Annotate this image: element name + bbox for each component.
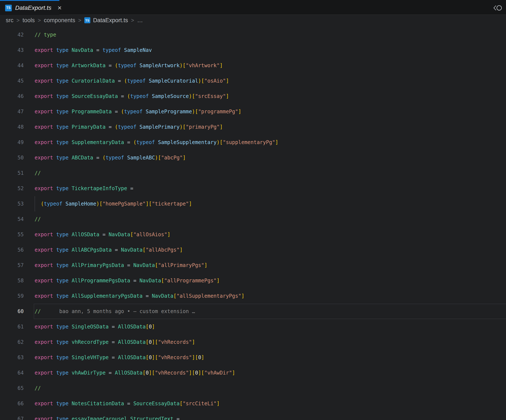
code-line-content: export type AllABCPgsData = NavData["all… [24,242,183,258]
line-number[interactable]: 61 [0,319,24,335]
code-token [53,139,56,145]
code-token [68,293,72,299]
navigate-back-icon[interactable] [493,5,502,11]
code-token [68,232,72,237]
code-line[interactable]: 56export type AllABCPgsData = NavData["a… [0,242,506,258]
code-line[interactable]: 43export type NavData = typeof SampleNav [0,42,506,58]
code-token [93,47,96,53]
code-line-content: export type NavData = typeof SampleNav [24,42,152,58]
code-token [136,124,140,130]
breadcrumb-item-file[interactable]: DataExport.ts [93,17,128,24]
code-line[interactable]: 64export type vhAwDirType = AllOSData[0]… [0,365,506,381]
code-token: TickertapeInfoType [72,185,127,191]
line-number[interactable]: 47 [0,104,24,119]
code-token: NavData [109,232,130,237]
code-line[interactable]: 46export type SourceEssayData = (typeof … [0,89,506,104]
line-number[interactable]: 45 [0,73,24,89]
line-number[interactable]: 44 [0,58,24,73]
code-token: typeof [136,139,155,145]
code-token [106,63,108,68]
code-token [124,139,127,145]
line-number[interactable]: 48 [0,119,24,135]
code-token: ] [192,339,195,345]
code-token: "abcPg" [161,155,183,161]
code-line-content: export type ArtworkData = (typeof Sample… [24,58,223,73]
code-line[interactable]: 61export type SingleOSData = AllOSData[0… [0,319,506,335]
line-number[interactable]: 50 [0,150,24,165]
close-icon[interactable]: ✕ [57,5,62,11]
line-number[interactable]: 65 [0,381,24,396]
line-number[interactable]: 55 [0,227,24,242]
code-token: "supplementaryPg" [223,139,275,145]
code-token [68,416,72,420]
line-number[interactable]: 66 [0,396,24,411]
code-line[interactable]: 60// bao ann, 5 months ago • — custom ex… [0,304,506,319]
line-number[interactable]: 67 [0,411,24,420]
code-line[interactable]: 45export type CuratorialData = (typeof S… [0,73,506,89]
code-line[interactable]: 67export type essayImageCarousel_Structu… [0,411,506,420]
code-line[interactable]: 47export type ProgrammeData = (typeof Sa… [0,104,506,119]
code-token: type [56,139,68,145]
line-number[interactable]: 53 [0,196,24,211]
code-line-content: export type essayImageCarousel_Structure… [24,411,180,420]
code-line[interactable]: 54// [0,211,506,227]
line-number[interactable]: 54 [0,211,24,227]
code-token: NavData [121,247,143,253]
line-number[interactable]: 59 [0,288,24,304]
line-number[interactable]: 58 [0,273,24,288]
code-token: export [35,109,53,115]
code-line[interactable]: 66export type NotesCitationData = Source… [0,396,506,411]
code-editor[interactable]: 42// type43export type NavData = typeof … [0,26,506,420]
code-token: ( [115,124,118,130]
code-line[interactable]: 51// [0,165,506,181]
code-line-content: // bao ann, 5 months ago • — custom exte… [24,304,195,319]
line-number[interactable]: 43 [0,42,24,58]
line-number[interactable]: 52 [0,181,24,196]
editor-tab-bar: TS DataExport.ts ✕ [0,0,506,15]
code-line-content: // [24,381,41,396]
code-token [155,139,158,145]
code-line[interactable]: 63export type SingleVHType = AllOSData[0… [0,350,506,365]
code-line[interactable]: 65// [0,381,506,396]
code-line[interactable]: 59export type AllSupplementaryPgsData = … [0,288,506,304]
code-line[interactable]: 58export type AllProgrammePgsData = NavD… [0,273,506,288]
code-line[interactable]: 49export type SupplementaryData = (typeo… [0,135,506,150]
code-token: ][ [146,201,152,207]
tab-dataexport-ts[interactable]: TS DataExport.ts ✕ [0,0,59,15]
code-line[interactable]: 42// type [0,27,506,42]
line-number[interactable]: 51 [0,165,24,181]
code-token: ][ [192,354,198,361]
line-number[interactable]: 63 [0,350,24,365]
code-token [115,339,118,345]
line-number[interactable]: 42 [0,27,24,42]
breadcrumb-item-tools[interactable]: tools [23,17,35,24]
code-line-content: export type vhAwDirType = AllOSData[0]["… [24,365,235,381]
code-line[interactable]: 48export type PrimaryData = (typeof Samp… [0,119,506,135]
line-number[interactable]: 57 [0,258,24,273]
code-token: ] [232,370,235,376]
code-token [53,124,56,130]
code-token: ProgrammeData [72,109,112,115]
line-number[interactable]: 60 [0,304,24,319]
breadcrumb-item-components[interactable]: components [44,17,75,24]
code-line[interactable]: 50export type ABCData = (typeof SampleAB… [0,150,506,165]
code-line[interactable]: 62export type vhRecordType = AllOSData[0… [0,335,506,350]
code-line[interactable]: 44export type ArtworkData = (typeof Samp… [0,58,506,73]
code-token: export [35,416,53,420]
line-number[interactable]: 46 [0,89,24,104]
code-token: // [35,308,41,314]
code-token: )[ [180,124,186,130]
code-token [99,232,102,237]
code-line[interactable]: 53 (typeof SampleHome)["homePgSample"]["… [0,196,506,211]
code-token: AllABCPgsData [72,247,112,253]
code-token: "vhRecords" [155,370,189,376]
line-number[interactable]: 64 [0,365,24,381]
breadcrumb-item-src[interactable]: src [6,17,13,24]
code-line[interactable]: 57export type AllPrimaryPgsData = NavDat… [0,258,506,273]
line-number[interactable]: 49 [0,135,24,150]
code-line[interactable]: 52export type TickertapeInfoType = [0,181,506,196]
code-line[interactable]: 55export type AllOSData = NavData["allOs… [0,227,506,242]
breadcrumb-item-symbol[interactable]: … [137,17,143,24]
line-number[interactable]: 56 [0,242,24,258]
line-number[interactable]: 62 [0,335,24,350]
